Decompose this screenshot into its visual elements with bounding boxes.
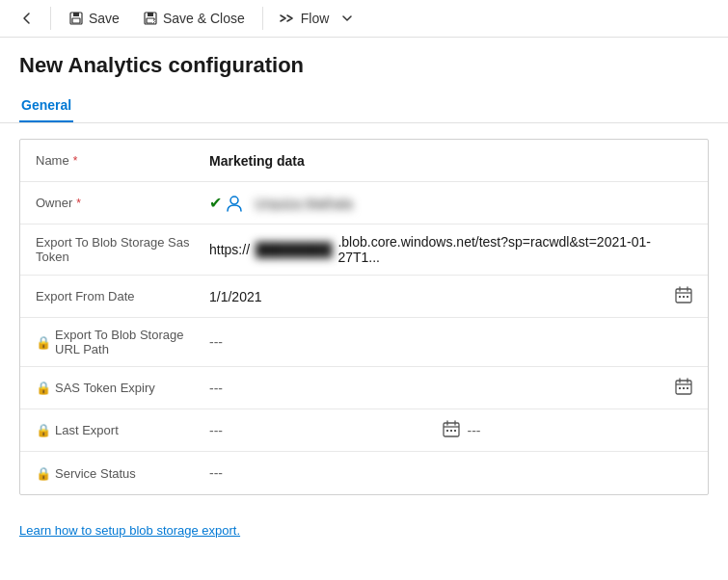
field-value-row-export-date: 1/1/2021 xyxy=(209,286,692,307)
sas-expiry-calendar-icon[interactable] xyxy=(675,378,692,399)
svg-rect-13 xyxy=(687,296,688,298)
lock-icon-service-status: 🔒 xyxy=(36,466,51,481)
field-label-service-status: 🔒 Service Status xyxy=(36,466,209,481)
field-value-export-url: --- xyxy=(209,334,692,350)
flow-chevron-icon xyxy=(342,14,352,22)
field-label-last-export: 🔒 Last Export xyxy=(36,423,209,437)
owner-person-icon xyxy=(226,195,243,212)
last-export-calendar-icon[interactable] xyxy=(443,420,460,441)
svg-rect-18 xyxy=(679,387,681,389)
save-close-button[interactable]: Save & Close xyxy=(133,6,255,31)
field-value-name: Marketing data xyxy=(209,153,692,169)
field-row-last-export: 🔒 Last Export --- --- xyxy=(20,409,708,452)
field-row-export-sas: Export To Blob Storage Sas Token https:/… xyxy=(20,224,708,276)
calendar-svg-last-export xyxy=(443,420,460,437)
tab-general[interactable]: General xyxy=(19,90,73,122)
toolbar: Save Save & Close Flow xyxy=(0,0,728,38)
svg-rect-20 xyxy=(687,387,688,389)
field-value-owner: ✔ Urquiza Mathala xyxy=(209,194,692,212)
flow-button-group: Flow xyxy=(271,6,359,31)
field-value-row-last-export: --- --- xyxy=(209,420,692,441)
calendar-svg-sas xyxy=(675,378,692,395)
svg-rect-26 xyxy=(450,430,452,432)
form-container: Name * Marketing data Owner * ✔ Urquiza … xyxy=(19,139,709,495)
required-indicator-name: * xyxy=(73,154,78,168)
svg-rect-4 xyxy=(148,13,153,16)
save-icon xyxy=(68,11,84,26)
field-value-row-sas-expiry: --- xyxy=(209,378,692,399)
field-value-last-export-2: --- xyxy=(468,423,693,438)
field-label-export-date: Export From Date xyxy=(36,289,209,303)
owner-status-icons: ✔ xyxy=(209,194,243,212)
form-footer: Learn how to setup blob storage export. xyxy=(0,511,728,553)
svg-rect-12 xyxy=(683,296,685,298)
svg-rect-19 xyxy=(683,387,685,389)
field-label-sas-expiry: 🔒 SAS Token Expiry xyxy=(36,381,209,395)
flow-dropdown-button[interactable] xyxy=(337,7,358,30)
field-row-export-url: 🔒 Export To Blob Storage URL Path --- xyxy=(20,318,708,367)
field-row-export-date: Export From Date 1/1/2021 xyxy=(20,276,708,318)
field-label-export-url: 🔒 Export To Blob Storage URL Path xyxy=(36,328,209,356)
svg-rect-1 xyxy=(73,13,79,16)
owner-check-icon: ✔ xyxy=(209,194,222,212)
field-value-last-export: --- xyxy=(209,423,435,438)
back-button[interactable] xyxy=(12,6,42,31)
owner-name-value[interactable]: Urquiza Mathala xyxy=(255,196,353,211)
save-close-icon xyxy=(143,11,158,26)
field-value-export-date: 1/1/2021 xyxy=(209,289,675,304)
svg-rect-2 xyxy=(72,18,80,23)
toolbar-divider-2 xyxy=(262,7,263,30)
svg-rect-11 xyxy=(679,296,681,298)
field-value-export-sas: https://████████.blob.core.windows.net/t… xyxy=(209,234,692,265)
learn-link[interactable]: Learn how to setup blob storage export. xyxy=(19,523,240,538)
lock-icon-last-export: 🔒 xyxy=(36,423,51,437)
flow-label: Flow xyxy=(301,11,330,26)
save-label: Save xyxy=(89,11,120,26)
flow-icon xyxy=(279,11,296,26)
save-button[interactable]: Save xyxy=(59,6,129,31)
field-label-name: Name * xyxy=(36,153,209,168)
save-close-label: Save & Close xyxy=(163,11,245,26)
toolbar-divider-1 xyxy=(50,7,51,30)
svg-rect-27 xyxy=(454,430,456,432)
field-label-owner: Owner * xyxy=(36,196,209,210)
page-header: New Analytics configuration xyxy=(0,38,728,78)
svg-rect-25 xyxy=(446,430,448,432)
field-row-name: Name * Marketing data xyxy=(20,140,708,182)
field-row-service-status: 🔒 Service Status --- xyxy=(20,452,708,494)
url-blurred-part: ████████ xyxy=(256,242,332,257)
flow-button[interactable]: Flow xyxy=(271,6,337,31)
tabs: General xyxy=(0,90,728,123)
field-row-owner: Owner * ✔ Urquiza Mathala xyxy=(20,182,708,224)
url-suffix: .blob.core.windows.net/test?sp=racwdl&st… xyxy=(337,234,692,265)
field-row-sas-expiry: 🔒 SAS Token Expiry --- xyxy=(20,367,708,409)
required-indicator-owner: * xyxy=(76,197,81,210)
field-value-sas-expiry: --- xyxy=(209,381,675,396)
page-title: New Analytics configuration xyxy=(19,53,709,78)
url-prefix: https:// xyxy=(209,242,250,257)
field-value-service-status: --- xyxy=(209,465,692,481)
export-date-calendar-icon[interactable] xyxy=(675,286,692,307)
back-icon xyxy=(19,11,35,26)
calendar-svg xyxy=(675,286,692,303)
field-label-export-sas: Export To Blob Storage Sas Token xyxy=(36,235,209,264)
lock-icon-sas-expiry: 🔒 xyxy=(36,381,51,395)
lock-icon-export-url: 🔒 xyxy=(36,335,51,350)
svg-point-6 xyxy=(230,197,238,204)
